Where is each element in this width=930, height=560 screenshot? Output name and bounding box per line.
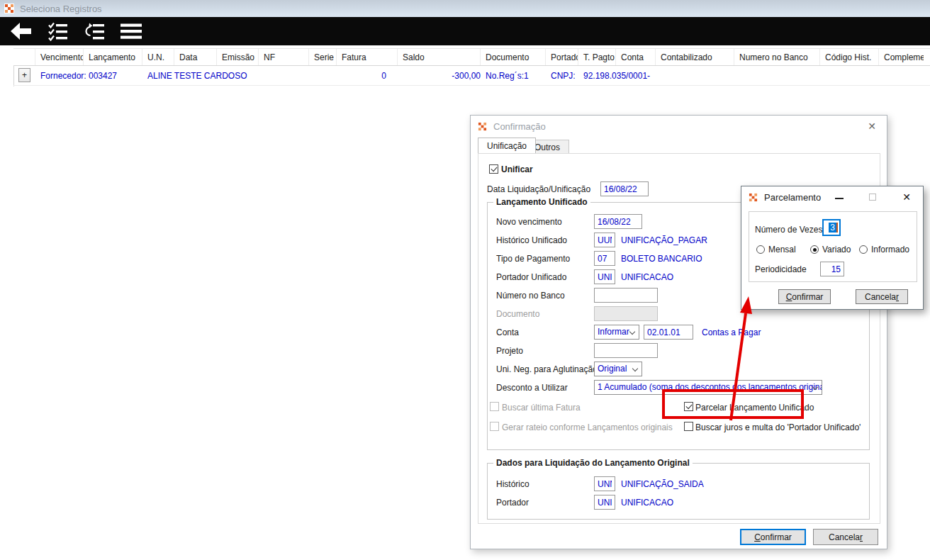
conta-mode-select[interactable]: Informar bbox=[594, 325, 639, 340]
row-fornecedor-label: Fornecedor: bbox=[40, 71, 86, 81]
column-header-complemento[interactable]: Complemento bbox=[879, 49, 924, 65]
column-header-data[interactable]: Data bbox=[174, 49, 217, 65]
projeto-input[interactable] bbox=[594, 343, 658, 358]
num-vezes-value: 3 bbox=[829, 223, 836, 233]
back-button[interactable] bbox=[7, 21, 34, 42]
radio-icon bbox=[859, 245, 868, 254]
uni-neg-label: Uni. Neg. para Aglutinação bbox=[496, 364, 598, 374]
portador-unificado-code-input[interactable] bbox=[594, 269, 615, 284]
contas-a-pagar-link[interactable]: Contas a Pagar bbox=[702, 327, 761, 337]
radio-informado[interactable]: Informado bbox=[859, 245, 909, 254]
tab-unificacao[interactable]: Unificação bbox=[478, 138, 536, 153]
buscar-ultima-fatura-checkbox bbox=[490, 402, 499, 411]
column-header-vencimento[interactable]: Vencimento bbox=[35, 49, 84, 65]
portador-unificado-desc: UNIFICACAO bbox=[621, 272, 673, 282]
checklist-button[interactable] bbox=[44, 21, 71, 42]
lancamento-unificado-title: Lançamento Unificado bbox=[493, 197, 590, 207]
buscar-ultima-fatura-label: Buscar última Fatura bbox=[502, 403, 581, 413]
novo-vencimento-input[interactable] bbox=[594, 214, 642, 229]
radio-variado[interactable]: Variado bbox=[810, 245, 851, 254]
column-header-nf[interactable]: NF bbox=[259, 49, 309, 65]
column-header-serie[interactable]: Serie bbox=[309, 49, 337, 65]
numero-banco-input[interactable] bbox=[594, 288, 658, 303]
parcelamento-group: Número de Vezes 3 Mensal Variado Informa… bbox=[749, 211, 917, 282]
desconto-select[interactable]: 1 Acumulado (soma dos descontos dos lanç… bbox=[594, 380, 822, 395]
numero-banco-label: Número no Banco bbox=[496, 291, 565, 301]
column-header-emissao[interactable]: Emissão bbox=[217, 49, 259, 65]
periodicidade-input[interactable] bbox=[820, 262, 844, 276]
column-header-saldo[interactable]: Saldo bbox=[398, 49, 481, 65]
historico-unificado-code-input[interactable] bbox=[594, 233, 615, 247]
g2-portador-desc: UNIFICACAO bbox=[621, 498, 673, 508]
cancelar-button[interactable]: Cancelar bbox=[813, 529, 878, 545]
parcel-confirmar-button[interactable]: Confirmar bbox=[778, 289, 831, 304]
confirmacao-title: Confirmação bbox=[493, 121, 546, 132]
row-documento-value: No.Reg´s:1 bbox=[486, 71, 529, 81]
radio-variado-label: Variado bbox=[822, 245, 851, 254]
confirmar-button[interactable]: Confirmar bbox=[740, 529, 806, 545]
close-icon[interactable]: ✕ bbox=[865, 120, 878, 133]
g2-historico-label: Histórico bbox=[496, 479, 530, 489]
confirmacao-titlebar: Confirmação ✕ bbox=[471, 116, 887, 137]
tipo-pagamento-label: Tipo de Pagamento bbox=[496, 254, 570, 264]
unificar-checkbox[interactable] bbox=[489, 164, 498, 174]
row-expand-button[interactable]: + bbox=[18, 68, 30, 82]
app-icon bbox=[749, 193, 758, 202]
tipo-pagamento-code-input[interactable] bbox=[594, 251, 615, 266]
parcelar-checkbox[interactable] bbox=[684, 402, 693, 411]
column-header-fatura[interactable]: Fatura bbox=[337, 49, 398, 65]
num-vezes-stepper[interactable]: 3 bbox=[822, 219, 841, 236]
g2-portador-code-input[interactable] bbox=[594, 495, 615, 510]
column-header-lancamento[interactable]: Lançamento bbox=[84, 49, 142, 65]
buscar-juros-checkbox[interactable] bbox=[684, 422, 693, 431]
column-header-documento[interactable]: Documento bbox=[481, 49, 546, 65]
g2-historico-code-input[interactable] bbox=[594, 476, 615, 491]
novo-vencimento-label: Novo vencimento bbox=[496, 217, 562, 227]
column-header-portador[interactable]: Portador bbox=[546, 49, 578, 65]
parcelamento-dialog: Parcelamento ✕ Número de Vezes 3 Mensal … bbox=[741, 186, 924, 310]
projeto-label: Projeto bbox=[496, 346, 523, 356]
historico-unificado-desc: UNIFICAÇÃO_PAGAR bbox=[621, 235, 707, 245]
table-row[interactable]: + Fornecedor: 003427 ALINE TESTE CARDOSO… bbox=[13, 66, 930, 86]
column-header-codigo-hist[interactable]: Código Hist. bbox=[820, 49, 879, 65]
dados-liquidacao-group: Dados para Liquidação do Lançamento Orig… bbox=[487, 463, 870, 520]
parcelamento-titlebar: Parcelamento ✕ bbox=[741, 186, 923, 208]
buscar-juros-label: Buscar juros e multa do 'Portador Unific… bbox=[695, 422, 861, 432]
conta-input[interactable] bbox=[644, 325, 693, 340]
column-header-conta[interactable]: Conta bbox=[616, 49, 656, 65]
radio-mensal[interactable]: Mensal bbox=[756, 245, 796, 254]
column-header-un[interactable]: U.N. bbox=[142, 49, 174, 65]
gerar-rateio-checkbox bbox=[490, 422, 499, 431]
chevron-down-icon bbox=[629, 329, 635, 335]
menu-button[interactable] bbox=[118, 21, 145, 42]
column-header-contabilizado[interactable]: Contabilizado bbox=[656, 49, 734, 65]
parcelamento-title: Parcelamento bbox=[764, 192, 821, 203]
column-header-numero-banco[interactable]: Numero no Banco bbox=[734, 49, 820, 65]
portador-unificado-label: Portador Unificado bbox=[496, 272, 566, 282]
g2-portador-label: Portador bbox=[496, 498, 529, 508]
minimize-icon[interactable] bbox=[835, 198, 844, 199]
documento-input bbox=[594, 306, 658, 321]
historico-unificado-label: Histórico Unificado bbox=[496, 235, 567, 245]
radio-mensal-label: Mensal bbox=[768, 245, 796, 254]
uni-neg-select[interactable]: Original bbox=[594, 362, 642, 376]
chevron-down-icon bbox=[632, 366, 638, 371]
dados-liquidacao-title: Dados para Liquidação do Lançamento Orig… bbox=[493, 458, 693, 468]
unificar-label: Unificar bbox=[501, 164, 533, 174]
row-portador-value: CNPJ: bbox=[551, 71, 576, 81]
g2-historico-desc: UNIFICAÇÃO_SAIDA bbox=[621, 479, 704, 489]
refresh-list-button[interactable] bbox=[81, 21, 108, 42]
back-arrow-icon bbox=[9, 22, 32, 40]
data-liquidacao-input[interactable] bbox=[600, 181, 649, 196]
column-header-tpagto[interactable]: T. Pagto bbox=[578, 49, 616, 65]
text-caret bbox=[836, 223, 838, 233]
row-cnpj-value: 92.198.035/0001- bbox=[583, 71, 650, 81]
close-icon[interactable]: ✕ bbox=[900, 191, 913, 203]
parcel-cancelar-button[interactable]: Cancelar bbox=[856, 289, 908, 304]
tipo-pagamento-desc: BOLETO BANCARIO bbox=[621, 254, 702, 264]
main-toolbar bbox=[0, 17, 930, 45]
row-saldo-value: -300,00 bbox=[424, 71, 481, 81]
app-icon bbox=[478, 122, 487, 131]
num-vezes-label: Número de Vezes bbox=[755, 225, 822, 235]
documento-label: Documento bbox=[496, 309, 539, 319]
